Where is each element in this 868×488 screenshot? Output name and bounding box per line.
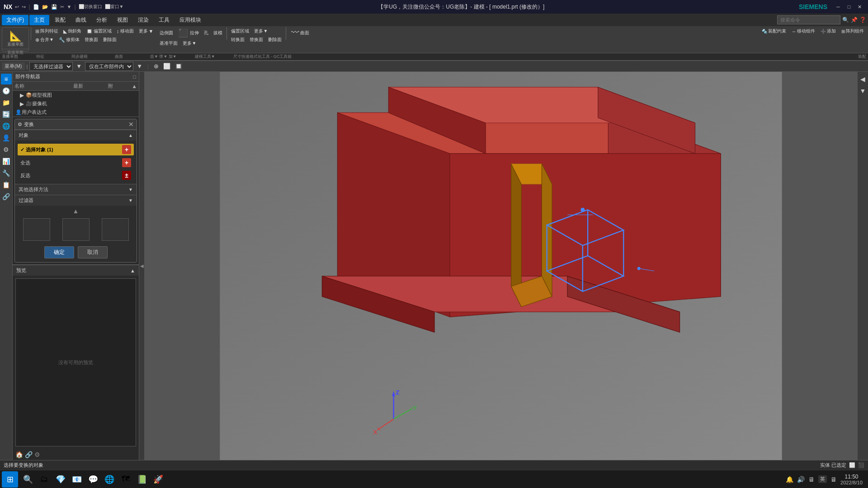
menu-label[interactable]: 菜单(M)	[2, 62, 25, 70]
menu-apps[interactable]: 应用模块	[175, 15, 206, 25]
cut-btn[interactable]: ✂	[60, 4, 64, 10]
menu-analysis[interactable]: 分析	[92, 15, 112, 25]
sidebar-misc3-icon[interactable]: 📋	[1, 179, 12, 190]
del-region-btn[interactable]: 删除面	[266, 36, 284, 44]
sel-all-icon[interactable]: ⬜	[162, 62, 172, 70]
menu-view[interactable]: 视图	[113, 15, 132, 25]
close-btn[interactable]: ✕	[855, 2, 864, 11]
minimize-btn[interactable]: ─	[834, 2, 843, 11]
sidebar-nav-icon[interactable]: ≡	[1, 74, 12, 84]
sel-filter-icon[interactable]: 🔲	[174, 62, 184, 70]
task-search[interactable]: 🔍	[20, 471, 36, 488]
pin-icon[interactable]: 📌	[851, 17, 858, 23]
bottom-icon3[interactable]: ⚙	[34, 451, 40, 458]
select-all-btn[interactable]: +	[122, 158, 131, 167]
help-icon[interactable]: ❓	[859, 17, 866, 23]
nav-scroll-up[interactable]: ▲	[132, 83, 137, 89]
add-selection-btn[interactable]: +	[122, 145, 131, 154]
task-launch[interactable]: 🚀	[150, 471, 166, 488]
move-comp-btn[interactable]: ↔移动组件	[789, 27, 817, 35]
menu-tools[interactable]: 工具	[154, 15, 174, 25]
ok-button[interactable]: 确定	[44, 246, 74, 258]
task-file[interactable]: 🗂	[36, 471, 52, 488]
task-browser[interactable]: 💎	[52, 471, 69, 488]
merge-btn[interactable]: ⊕ 合并▼	[33, 36, 56, 44]
edge-btn[interactable]: 边倒圆	[157, 27, 175, 39]
sidebar-resource-icon[interactable]: 📁	[1, 97, 12, 108]
more1-btn[interactable]: 更多 ▼	[137, 27, 156, 35]
move-face-btn[interactable]: ↕ 移动面	[114, 27, 136, 35]
hole-btn[interactable]: 孔	[202, 27, 211, 39]
preview-header[interactable]: 预览 ▲	[13, 265, 139, 276]
start-button[interactable]: ⊞	[2, 471, 18, 488]
right-icon2[interactable]: ▼	[858, 85, 868, 96]
set-region2-btn[interactable]: 偏置区域	[229, 27, 251, 35]
filter-section-header[interactable]: 过滤器 ▼	[15, 195, 137, 206]
chamfer-btn[interactable]: ◣ 倒斜角	[61, 27, 84, 35]
sidebar-history-icon[interactable]: 🕐	[1, 85, 12, 96]
task-chat[interactable]: 💬	[85, 471, 101, 488]
object-section-header[interactable]: 对象 ▲	[15, 130, 137, 141]
bottom-icon1[interactable]: 🏠	[15, 451, 23, 458]
notification-icon[interactable]: 🔔	[786, 476, 793, 483]
sidebar-web-icon[interactable]: 🌐	[1, 121, 12, 131]
search-input[interactable]	[777, 15, 840, 24]
dialog-close-btn[interactable]: ✕	[128, 121, 134, 128]
delete-face-btn[interactable]: 删除面	[101, 36, 119, 44]
network-icon[interactable]: 🖥	[808, 476, 815, 483]
task-docs[interactable]: 📗	[134, 471, 150, 488]
replace-face-btn[interactable]: 替换面	[82, 36, 100, 44]
sidebar-misc1-icon[interactable]: 📊	[1, 156, 12, 167]
bottom-icon2[interactable]: 🔗	[25, 451, 33, 458]
task-edge[interactable]: 🌐	[101, 471, 118, 488]
other-methods-header[interactable]: 其他选择方法 ▼	[15, 184, 137, 195]
task-maps[interactable]: 🗺	[118, 471, 134, 488]
open-btn[interactable]: 📂	[42, 4, 48, 10]
sidebar-misc2-icon[interactable]: 🔧	[1, 168, 12, 178]
modify-body-btn[interactable]: 🔧 修剪体	[57, 36, 82, 44]
array-comp-btn[interactable]: ⊞阵列组件	[839, 27, 866, 35]
assemble-constrain-btn[interactable]: 🔩装配约束	[760, 27, 788, 35]
menu-curve[interactable]: 曲线	[71, 15, 91, 25]
sidebar-system-icon[interactable]: ⚙	[1, 144, 12, 155]
input-lang[interactable]: 英	[818, 475, 827, 483]
window-menu-btn[interactable]: ⬜窗口▼	[105, 4, 124, 10]
nav-item-model-view[interactable]: ▶ 📦 模型视图	[13, 91, 139, 99]
snap-icon[interactable]: ⊕	[152, 62, 160, 70]
extrude-btn[interactable]: ⬛ 拉伸	[176, 27, 201, 39]
invert-btn[interactable]: ±	[122, 171, 131, 180]
sidebar-misc4-icon[interactable]: 🔗	[1, 191, 12, 202]
filter-dropdown[interactable]: 无选择过滤器	[29, 62, 73, 71]
customise-btn[interactable]: ▼	[67, 4, 72, 9]
add-comp-btn[interactable]: ➕添加	[818, 27, 838, 35]
sketch-icon[interactable]: 📐	[9, 31, 22, 41]
part-nav-expand-btn[interactable]: □	[133, 74, 136, 80]
scope-dropdown[interactable]: 仅在工作部件内	[85, 62, 133, 71]
basePlane-btn[interactable]: 基准平面	[157, 39, 180, 47]
right-icon1[interactable]: ◀	[858, 74, 868, 84]
save-btn[interactable]: 💾	[51, 4, 57, 10]
new-btn[interactable]: 📄	[33, 4, 39, 10]
task-mail[interactable]: 📧	[69, 471, 85, 488]
scope-icon[interactable]: ▼	[135, 62, 144, 70]
filter-icon[interactable]: ▼	[75, 62, 83, 70]
viewport[interactable]: Z Y X	[145, 72, 857, 460]
sidebar-roles-icon[interactable]: 👤	[1, 132, 12, 143]
menu-render[interactable]: 渲染	[133, 15, 153, 25]
maximize-btn[interactable]: □	[844, 2, 854, 11]
switch-window-btn[interactable]: ⬜切换窗口	[79, 4, 102, 10]
menu-file[interactable]: 文件(F)	[2, 15, 28, 25]
menu-home[interactable]: 主页	[29, 15, 49, 25]
array-feature-btn[interactable]: ⊞ 阵列特征	[33, 27, 61, 35]
nav-item-camera[interactable]: ▶ 🎥 摄像机	[13, 99, 139, 108]
filter-collapse-btn[interactable]: ▲	[73, 207, 79, 215]
status-icon1[interactable]: ⬜	[849, 462, 855, 468]
undo-btn[interactable]: ↩	[15, 4, 19, 10]
search-icon[interactable]: 🔍	[842, 17, 849, 23]
sidebar-reuse-icon[interactable]: 🔄	[1, 109, 12, 120]
pull-btn[interactable]: 拔模	[211, 27, 225, 39]
more3-btn[interactable]: 更多▼	[252, 27, 270, 35]
nav-item-user-expr[interactable]: 👤 用户表达式	[13, 108, 139, 117]
more2-btn[interactable]: 更多▼	[180, 39, 198, 47]
cancel-button[interactable]: 取消	[78, 246, 108, 258]
